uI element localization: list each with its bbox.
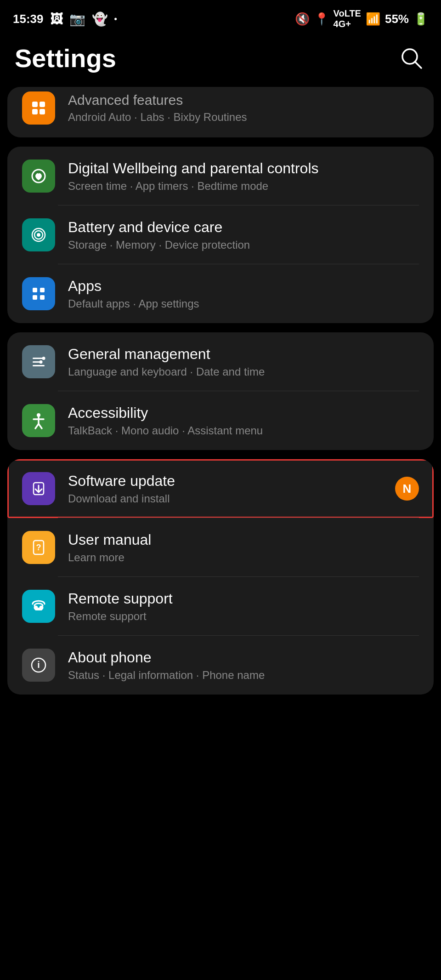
accessibility-text: Accessibility TalkBack · Mono audio · As… xyxy=(68,405,419,437)
about-phone-title: About phone xyxy=(68,649,419,666)
battery-care-text: Battery and device care Storage · Memory… xyxy=(68,219,419,251)
signal-icon: 📶 xyxy=(366,12,380,26)
settings-group-3: Software update Download and install N ?… xyxy=(7,459,434,695)
svg-line-1 xyxy=(415,62,421,68)
svg-rect-3 xyxy=(40,102,45,107)
svg-point-17 xyxy=(42,357,45,360)
battery-care-subtitle: Storage · Memory · Device protection xyxy=(68,239,419,251)
remote-support-subtitle: Remote support xyxy=(68,610,419,623)
svg-text:i: i xyxy=(37,660,40,670)
advanced-features-text: Advanced features Android Auto · Labs · … xyxy=(68,92,419,124)
search-button[interactable] xyxy=(397,44,426,73)
time-display: 15:39 xyxy=(13,12,44,26)
advanced-features-item[interactable]: Advanced features Android Auto · Labs · … xyxy=(7,87,434,137)
general-management-item[interactable]: General management Language and keyboard… xyxy=(7,332,434,391)
battery-icon: 🔋 xyxy=(413,12,428,26)
general-management-subtitle: Language and keyboard · Date and time xyxy=(68,365,419,378)
volte-icon: VoLTE4G+ xyxy=(334,8,361,29)
battery-display: 55% xyxy=(385,12,409,26)
user-manual-subtitle: Learn more xyxy=(68,551,419,564)
svg-rect-13 xyxy=(40,295,45,300)
software-update-subtitle: Download and install xyxy=(68,492,395,505)
svg-rect-2 xyxy=(32,102,38,107)
remote-support-text: Remote support Remote support xyxy=(68,590,419,623)
accessibility-title: Accessibility xyxy=(68,405,419,422)
svg-rect-10 xyxy=(33,288,37,292)
about-phone-icon: i xyxy=(22,649,55,682)
status-bar: 15:39 🖼 📷 👻 • 🔇 📍 VoLTE4G+ 📶 55% 🔋 xyxy=(0,0,441,34)
software-update-title: Software update xyxy=(68,473,395,490)
remote-support-item[interactable]: Remote support Remote support xyxy=(7,577,434,636)
digital-wellbeing-subtitle: Screen time · App timers · Bedtime mode xyxy=(68,180,419,193)
about-phone-text: About phone Status · Legal information ·… xyxy=(68,649,419,682)
settings-group-1: Digital Wellbeing and parental controls … xyxy=(7,147,434,323)
user-manual-icon: ? xyxy=(22,531,55,564)
mute-icon: 🔇 xyxy=(295,12,310,26)
settings-group-2: General management Language and keyboard… xyxy=(7,332,434,450)
svg-rect-11 xyxy=(40,288,45,292)
digital-wellbeing-text: Digital Wellbeing and parental controls … xyxy=(68,160,419,193)
user-manual-text: User manual Learn more xyxy=(68,531,419,564)
general-management-text: General management Language and keyboard… xyxy=(68,346,419,378)
apps-subtitle: Default apps · App settings xyxy=(68,297,419,310)
svg-point-9 xyxy=(37,233,40,237)
general-management-icon xyxy=(22,345,55,378)
advanced-features-icon xyxy=(22,91,55,125)
status-left: 15:39 🖼 📷 👻 • xyxy=(13,11,117,27)
accessibility-item[interactable]: Accessibility TalkBack · Mono audio · As… xyxy=(7,391,434,450)
accessibility-subtitle: TalkBack · Mono audio · Assistant menu xyxy=(68,424,419,437)
software-update-badge: N xyxy=(395,477,419,501)
digital-wellbeing-item[interactable]: Digital Wellbeing and parental controls … xyxy=(7,147,434,205)
battery-care-icon xyxy=(22,218,55,251)
user-manual-title: User manual xyxy=(68,531,419,548)
page-title: Settings xyxy=(15,43,116,73)
page-header: Settings xyxy=(0,34,441,87)
apps-title: Apps xyxy=(68,278,419,295)
user-manual-item[interactable]: ? User manual Learn more xyxy=(7,518,434,577)
software-update-text: Software update Download and install xyxy=(68,473,395,505)
search-icon xyxy=(400,46,424,70)
svg-line-23 xyxy=(39,424,42,428)
battery-care-title: Battery and device care xyxy=(68,219,419,236)
remote-support-icon xyxy=(22,590,55,623)
instagram-icon: 📷 xyxy=(69,11,85,27)
accessibility-icon xyxy=(22,404,55,437)
battery-care-item[interactable]: Battery and device care Storage · Memory… xyxy=(7,205,434,264)
location-icon: 📍 xyxy=(314,12,329,26)
remote-support-title: Remote support xyxy=(68,590,419,607)
svg-rect-12 xyxy=(33,295,37,300)
dot-indicator: • xyxy=(114,14,117,24)
status-right: 🔇 📍 VoLTE4G+ 📶 55% 🔋 xyxy=(295,8,428,29)
svg-rect-4 xyxy=(32,109,38,114)
about-phone-subtitle: Status · Legal information · Phone name xyxy=(68,669,419,682)
apps-text: Apps Default apps · App settings xyxy=(68,278,419,310)
digital-wellbeing-icon xyxy=(22,160,55,193)
about-phone-item[interactable]: i About phone Status · Legal information… xyxy=(7,636,434,695)
svg-text:?: ? xyxy=(36,543,41,552)
general-management-title: General management xyxy=(68,346,419,363)
advanced-features-group: Advanced features Android Auto · Labs · … xyxy=(7,87,434,137)
apps-item[interactable]: Apps Default apps · App settings xyxy=(7,264,434,323)
snapchat-icon: 👻 xyxy=(92,11,108,27)
software-update-item[interactable]: Software update Download and install N xyxy=(7,459,434,518)
advanced-features-subtitle: Android Auto · Labs · Bixby Routines xyxy=(68,111,419,124)
svg-rect-30 xyxy=(35,608,42,610)
advanced-features-title: Advanced features xyxy=(68,92,419,108)
svg-point-18 xyxy=(40,360,43,364)
svg-rect-5 xyxy=(40,109,45,114)
gallery-icon: 🖼 xyxy=(50,11,63,27)
digital-wellbeing-title: Digital Wellbeing and parental controls xyxy=(68,160,419,177)
apps-icon xyxy=(22,277,55,310)
software-update-icon xyxy=(22,472,55,505)
svg-rect-16 xyxy=(33,365,45,366)
